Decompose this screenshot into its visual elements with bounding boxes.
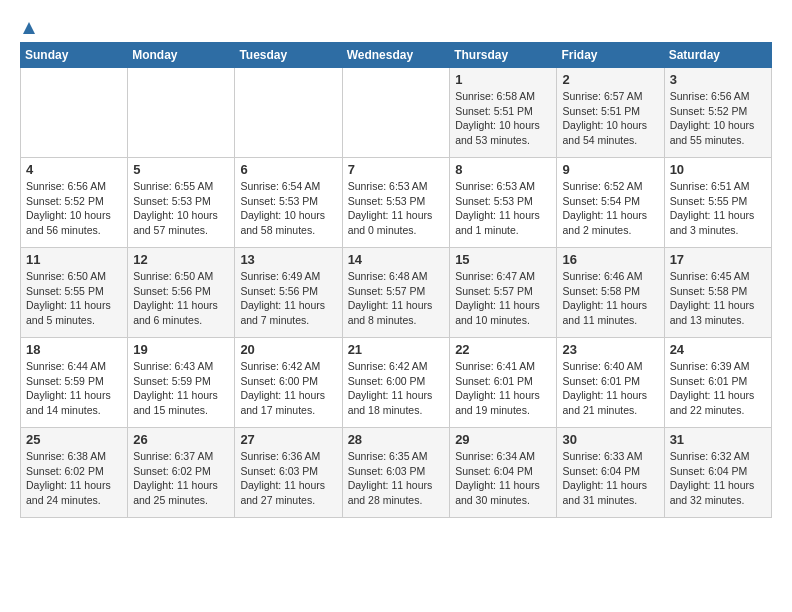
calendar-cell: 20Sunrise: 6:42 AM Sunset: 6:00 PM Dayli… bbox=[235, 338, 342, 428]
day-info: Sunrise: 6:42 AM Sunset: 6:00 PM Dayligh… bbox=[240, 359, 336, 418]
day-info: Sunrise: 6:47 AM Sunset: 5:57 PM Dayligh… bbox=[455, 269, 551, 328]
calendar-cell: 10Sunrise: 6:51 AM Sunset: 5:55 PM Dayli… bbox=[664, 158, 771, 248]
day-number: 12 bbox=[133, 252, 229, 267]
day-number: 10 bbox=[670, 162, 766, 177]
calendar-cell: 25Sunrise: 6:38 AM Sunset: 6:02 PM Dayli… bbox=[21, 428, 128, 518]
calendar-cell: 27Sunrise: 6:36 AM Sunset: 6:03 PM Dayli… bbox=[235, 428, 342, 518]
calendar-cell: 31Sunrise: 6:32 AM Sunset: 6:04 PM Dayli… bbox=[664, 428, 771, 518]
day-info: Sunrise: 6:58 AM Sunset: 5:51 PM Dayligh… bbox=[455, 89, 551, 148]
logo bbox=[20, 20, 38, 32]
day-number: 9 bbox=[562, 162, 658, 177]
day-number: 21 bbox=[348, 342, 445, 357]
day-number: 11 bbox=[26, 252, 122, 267]
day-number: 25 bbox=[26, 432, 122, 447]
calendar-cell: 13Sunrise: 6:49 AM Sunset: 5:56 PM Dayli… bbox=[235, 248, 342, 338]
calendar-day-header: Monday bbox=[128, 43, 235, 68]
day-info: Sunrise: 6:34 AM Sunset: 6:04 PM Dayligh… bbox=[455, 449, 551, 508]
day-info: Sunrise: 6:56 AM Sunset: 5:52 PM Dayligh… bbox=[26, 179, 122, 238]
day-info: Sunrise: 6:50 AM Sunset: 5:55 PM Dayligh… bbox=[26, 269, 122, 328]
calendar-week-row: 1Sunrise: 6:58 AM Sunset: 5:51 PM Daylig… bbox=[21, 68, 772, 158]
day-number: 8 bbox=[455, 162, 551, 177]
day-number: 15 bbox=[455, 252, 551, 267]
calendar-week-row: 25Sunrise: 6:38 AM Sunset: 6:02 PM Dayli… bbox=[21, 428, 772, 518]
day-number: 23 bbox=[562, 342, 658, 357]
day-number: 28 bbox=[348, 432, 445, 447]
day-number: 6 bbox=[240, 162, 336, 177]
calendar-cell: 5Sunrise: 6:55 AM Sunset: 5:53 PM Daylig… bbox=[128, 158, 235, 248]
calendar-cell: 17Sunrise: 6:45 AM Sunset: 5:58 PM Dayli… bbox=[664, 248, 771, 338]
day-number: 29 bbox=[455, 432, 551, 447]
day-info: Sunrise: 6:56 AM Sunset: 5:52 PM Dayligh… bbox=[670, 89, 766, 148]
calendar-table: SundayMondayTuesdayWednesdayThursdayFrid… bbox=[20, 42, 772, 518]
day-info: Sunrise: 6:52 AM Sunset: 5:54 PM Dayligh… bbox=[562, 179, 658, 238]
day-info: Sunrise: 6:50 AM Sunset: 5:56 PM Dayligh… bbox=[133, 269, 229, 328]
day-info: Sunrise: 6:49 AM Sunset: 5:56 PM Dayligh… bbox=[240, 269, 336, 328]
calendar-cell: 15Sunrise: 6:47 AM Sunset: 5:57 PM Dayli… bbox=[450, 248, 557, 338]
day-number: 7 bbox=[348, 162, 445, 177]
day-info: Sunrise: 6:46 AM Sunset: 5:58 PM Dayligh… bbox=[562, 269, 658, 328]
calendar-day-header: Sunday bbox=[21, 43, 128, 68]
day-number: 30 bbox=[562, 432, 658, 447]
day-info: Sunrise: 6:42 AM Sunset: 6:00 PM Dayligh… bbox=[348, 359, 445, 418]
day-number: 3 bbox=[670, 72, 766, 87]
day-number: 4 bbox=[26, 162, 122, 177]
day-number: 16 bbox=[562, 252, 658, 267]
calendar-day-header: Saturday bbox=[664, 43, 771, 68]
day-number: 13 bbox=[240, 252, 336, 267]
calendar-cell: 24Sunrise: 6:39 AM Sunset: 6:01 PM Dayli… bbox=[664, 338, 771, 428]
day-info: Sunrise: 6:43 AM Sunset: 5:59 PM Dayligh… bbox=[133, 359, 229, 418]
day-number: 31 bbox=[670, 432, 766, 447]
calendar-cell: 8Sunrise: 6:53 AM Sunset: 5:53 PM Daylig… bbox=[450, 158, 557, 248]
day-info: Sunrise: 6:45 AM Sunset: 5:58 PM Dayligh… bbox=[670, 269, 766, 328]
calendar-cell: 18Sunrise: 6:44 AM Sunset: 5:59 PM Dayli… bbox=[21, 338, 128, 428]
calendar-cell: 4Sunrise: 6:56 AM Sunset: 5:52 PM Daylig… bbox=[21, 158, 128, 248]
day-number: 27 bbox=[240, 432, 336, 447]
calendar-cell: 29Sunrise: 6:34 AM Sunset: 6:04 PM Dayli… bbox=[450, 428, 557, 518]
day-info: Sunrise: 6:37 AM Sunset: 6:02 PM Dayligh… bbox=[133, 449, 229, 508]
day-number: 5 bbox=[133, 162, 229, 177]
day-info: Sunrise: 6:35 AM Sunset: 6:03 PM Dayligh… bbox=[348, 449, 445, 508]
calendar-header-row: SundayMondayTuesdayWednesdayThursdayFrid… bbox=[21, 43, 772, 68]
day-info: Sunrise: 6:38 AM Sunset: 6:02 PM Dayligh… bbox=[26, 449, 122, 508]
day-info: Sunrise: 6:36 AM Sunset: 6:03 PM Dayligh… bbox=[240, 449, 336, 508]
day-number: 20 bbox=[240, 342, 336, 357]
day-number: 1 bbox=[455, 72, 551, 87]
calendar-day-header: Friday bbox=[557, 43, 664, 68]
day-info: Sunrise: 6:44 AM Sunset: 5:59 PM Dayligh… bbox=[26, 359, 122, 418]
calendar-cell: 12Sunrise: 6:50 AM Sunset: 5:56 PM Dayli… bbox=[128, 248, 235, 338]
calendar-cell: 23Sunrise: 6:40 AM Sunset: 6:01 PM Dayli… bbox=[557, 338, 664, 428]
calendar-cell: 26Sunrise: 6:37 AM Sunset: 6:02 PM Dayli… bbox=[128, 428, 235, 518]
day-info: Sunrise: 6:57 AM Sunset: 5:51 PM Dayligh… bbox=[562, 89, 658, 148]
logo-icon bbox=[21, 20, 37, 36]
day-info: Sunrise: 6:53 AM Sunset: 5:53 PM Dayligh… bbox=[455, 179, 551, 238]
calendar-day-header: Thursday bbox=[450, 43, 557, 68]
calendar-cell: 7Sunrise: 6:53 AM Sunset: 5:53 PM Daylig… bbox=[342, 158, 450, 248]
calendar-cell: 2Sunrise: 6:57 AM Sunset: 5:51 PM Daylig… bbox=[557, 68, 664, 158]
calendar-cell: 28Sunrise: 6:35 AM Sunset: 6:03 PM Dayli… bbox=[342, 428, 450, 518]
calendar-cell: 19Sunrise: 6:43 AM Sunset: 5:59 PM Dayli… bbox=[128, 338, 235, 428]
day-number: 24 bbox=[670, 342, 766, 357]
day-number: 22 bbox=[455, 342, 551, 357]
day-number: 14 bbox=[348, 252, 445, 267]
calendar-cell bbox=[21, 68, 128, 158]
day-info: Sunrise: 6:53 AM Sunset: 5:53 PM Dayligh… bbox=[348, 179, 445, 238]
day-info: Sunrise: 6:32 AM Sunset: 6:04 PM Dayligh… bbox=[670, 449, 766, 508]
day-info: Sunrise: 6:41 AM Sunset: 6:01 PM Dayligh… bbox=[455, 359, 551, 418]
day-info: Sunrise: 6:48 AM Sunset: 5:57 PM Dayligh… bbox=[348, 269, 445, 328]
calendar-day-header: Wednesday bbox=[342, 43, 450, 68]
day-number: 26 bbox=[133, 432, 229, 447]
day-number: 17 bbox=[670, 252, 766, 267]
calendar-cell bbox=[128, 68, 235, 158]
svg-marker-0 bbox=[23, 22, 35, 34]
calendar-cell: 16Sunrise: 6:46 AM Sunset: 5:58 PM Dayli… bbox=[557, 248, 664, 338]
day-number: 18 bbox=[26, 342, 122, 357]
calendar-cell: 11Sunrise: 6:50 AM Sunset: 5:55 PM Dayli… bbox=[21, 248, 128, 338]
calendar-cell: 9Sunrise: 6:52 AM Sunset: 5:54 PM Daylig… bbox=[557, 158, 664, 248]
calendar-cell: 22Sunrise: 6:41 AM Sunset: 6:01 PM Dayli… bbox=[450, 338, 557, 428]
calendar-cell: 30Sunrise: 6:33 AM Sunset: 6:04 PM Dayli… bbox=[557, 428, 664, 518]
calendar-cell: 1Sunrise: 6:58 AM Sunset: 5:51 PM Daylig… bbox=[450, 68, 557, 158]
calendar-week-row: 18Sunrise: 6:44 AM Sunset: 5:59 PM Dayli… bbox=[21, 338, 772, 428]
calendar-cell: 14Sunrise: 6:48 AM Sunset: 5:57 PM Dayli… bbox=[342, 248, 450, 338]
day-info: Sunrise: 6:39 AM Sunset: 6:01 PM Dayligh… bbox=[670, 359, 766, 418]
day-number: 2 bbox=[562, 72, 658, 87]
